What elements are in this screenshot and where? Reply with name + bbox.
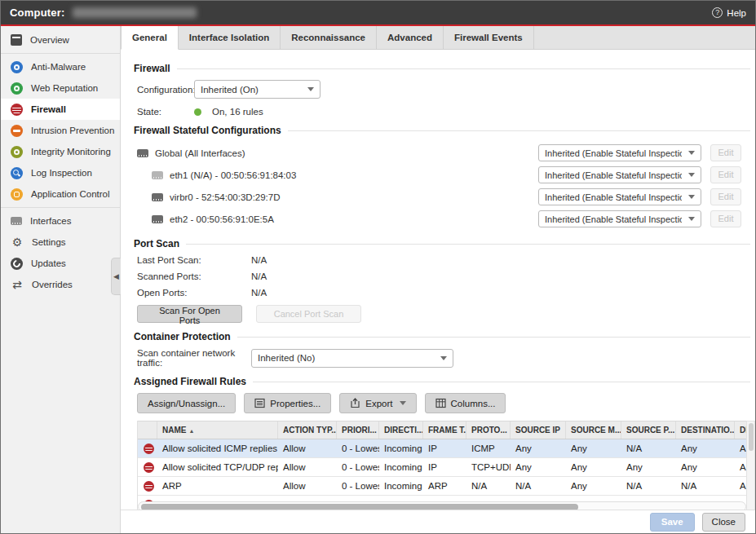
cell-destination2: Any: [735, 481, 746, 491]
column-header-name[interactable]: NAME▲: [157, 421, 278, 439]
general-tab-content: Firewall Configuration: Inherited (On) S…: [121, 50, 755, 510]
horizontal-scrollbar[interactable]: [138, 501, 746, 510]
sidebar-item-updates[interactable]: Updates: [1, 253, 120, 274]
column-header-direction[interactable]: DIRECTI...: [379, 421, 423, 439]
edit-button[interactable]: Edit: [710, 144, 741, 161]
edit-button[interactable]: Edit: [710, 166, 741, 183]
column-header-source-ip[interactable]: SOURCE IP: [511, 421, 566, 439]
cell-destination: Any: [676, 444, 735, 453]
firewall-configuration-select[interactable]: Inherited (On): [194, 80, 321, 99]
open-ports-label: Open Ports:: [137, 288, 251, 298]
column-header-protocol[interactable]: PROTO...: [466, 421, 511, 439]
sidebar: Overview Anti-Malware Web Reputation Fir…: [1, 26, 121, 533]
edit-button[interactable]: Edit: [710, 210, 741, 227]
cell-protocol: TCP+UDP: [466, 462, 511, 472]
tab-general[interactable]: General: [121, 26, 179, 50]
export-icon: [350, 398, 360, 408]
cell-direction: Incoming: [379, 462, 423, 472]
assign-unassign-button[interactable]: Assign/Unassign...: [137, 393, 236, 413]
window-title: Computer:: [10, 7, 65, 19]
sidebar-item-integrity-monitoring[interactable]: Integrity Monitoring: [1, 141, 120, 162]
sidebar-item-label: Log Inspection: [31, 168, 92, 178]
cell-destination2: Any: [735, 444, 746, 453]
log-inspection-icon: [11, 167, 23, 179]
cell-source-ip: Any: [511, 444, 566, 453]
cell-frame-type: IP: [423, 444, 466, 453]
sidebar-item-log-inspection[interactable]: Log Inspection: [1, 162, 120, 183]
select-value: Inherited (No): [258, 353, 434, 363]
horizontal-scrollbar-thumb[interactable]: [141, 504, 578, 510]
container-traffic-select[interactable]: Inherited (No): [251, 349, 453, 368]
sidebar-item-web-reputation[interactable]: Web Reputation: [1, 77, 120, 99]
cell-destination: N/A: [676, 481, 735, 491]
cell-source-port: Any: [621, 462, 676, 472]
sidebar-item-interfaces[interactable]: Interfaces: [1, 210, 120, 232]
container-protection-section-title: Container Protection: [134, 331, 754, 342]
stateful-select-eth1[interactable]: Inherited (Enable Stateful Inspection): [538, 166, 701, 183]
columns-button[interactable]: Columns...: [425, 393, 506, 413]
tab-reconnaissance[interactable]: Reconnaissance: [281, 26, 377, 49]
scanned-ports-label: Scanned Ports:: [137, 271, 251, 281]
cancel-port-scan-button[interactable]: Cancel Port Scan: [256, 305, 361, 323]
sidebar-item-firewall[interactable]: Firewall: [1, 99, 120, 120]
sidebar-item-anti-malware[interactable]: Anti-Malware: [1, 56, 120, 77]
state-value: On, 16 rules: [212, 107, 263, 117]
edit-button[interactable]: Edit: [710, 188, 741, 205]
interface-label: eth1 (N/A) - 00:50:56:91:84:03: [170, 170, 296, 180]
overrides-shuffle-icon: ⇄: [11, 279, 24, 291]
column-header-priority[interactable]: PRIORI...: [337, 421, 379, 439]
save-button[interactable]: Save: [650, 513, 695, 532]
cell-source-ip: Any: [511, 462, 566, 472]
last-port-scan-label: Last Port Scan:: [137, 255, 251, 265]
select-value: Inherited (Enable Stateful Inspection): [545, 170, 682, 180]
tab-interface-isolation[interactable]: Interface Isolation: [179, 26, 281, 49]
cell-action: Allow: [278, 481, 337, 491]
help-button[interactable]: ? Help: [712, 7, 746, 18]
cell-protocol: N/A: [466, 481, 511, 491]
sidebar-item-overview[interactable]: Overview: [1, 29, 120, 51]
cell-destination: Any: [676, 462, 735, 472]
sidebar-item-settings[interactable]: ⚙ Settings: [1, 232, 120, 253]
stateful-select-virbr0[interactable]: Inherited (Enable Stateful Inspection): [538, 188, 701, 205]
sidebar-divider: [1, 207, 120, 208]
stateful-select-global[interactable]: Inherited (Enable Stateful Inspection): [538, 144, 701, 161]
scan-for-open-ports-button[interactable]: Scan For Open Ports: [137, 305, 242, 323]
cell-action: Allow: [278, 444, 337, 453]
sidebar-collapse-handle[interactable]: ◀: [111, 258, 121, 295]
properties-button[interactable]: Properties...: [244, 393, 331, 413]
cell-source-mac: Any: [566, 444, 621, 453]
tab-advanced[interactable]: Advanced: [377, 26, 444, 49]
sidebar-item-application-control[interactable]: Application Control: [1, 183, 120, 205]
vertical-scrollbar[interactable]: [746, 421, 755, 510]
tab-firewall-events[interactable]: Firewall Events: [444, 26, 534, 49]
export-button[interactable]: Export: [339, 393, 416, 413]
table-row-allow-solicited-tcp-udp[interactable]: Allow solicited TCP/UDP replies Allow 0 …: [138, 458, 746, 477]
table-row-dhcp-server[interactable]: DHCP Server Force Allow 0 - Normal Incom…: [138, 496, 746, 501]
column-header-source-mac[interactable]: SOURCE M...: [566, 421, 621, 439]
cell-source-port: N/A: [621, 481, 676, 491]
column-header-frame-type[interactable]: FRAME T...: [423, 421, 466, 439]
column-header-destination[interactable]: DESTINATIO...: [676, 421, 735, 439]
column-header-destination2[interactable]: DE...: [735, 421, 746, 439]
cell-source-mac: Any: [566, 481, 621, 491]
sort-asc-icon: ▲: [188, 428, 194, 434]
column-header-icon[interactable]: [138, 421, 157, 439]
stateful-row-eth2: eth2 - 00:50:56:91:0E:5A Inherited (Enab…: [137, 208, 755, 230]
gear-icon: ⚙: [11, 236, 24, 249]
button-label: Columns...: [451, 399, 496, 408]
interface-icon: [137, 149, 148, 157]
stateful-select-eth2[interactable]: Inherited (Enable Stateful Inspection): [538, 210, 701, 227]
configuration-label: Configuration:: [137, 85, 194, 95]
column-header-source-port[interactable]: SOURCE P...: [621, 421, 676, 439]
vertical-scrollbar-thumb[interactable]: [749, 423, 754, 451]
state-label: State:: [137, 107, 194, 117]
sidebar-item-overrides[interactable]: ⇄ Overrides: [1, 274, 120, 295]
close-button[interactable]: Close: [702, 513, 745, 532]
interface-icon: [152, 215, 163, 223]
column-header-action-type[interactable]: ACTION TYP...: [278, 421, 337, 439]
table-row-allow-solicited-icmp[interactable]: Allow solicited ICMP replies Allow 0 - L…: [138, 439, 746, 458]
sidebar-item-intrusion-prevention[interactable]: Intrusion Prevention: [1, 120, 120, 141]
cell-priority: 0 - Lowest: [337, 462, 379, 472]
interfaces-icon: [11, 217, 22, 225]
table-row-arp[interactable]: ARP Allow 0 - Lowest Incoming ARP N/A N/…: [138, 477, 746, 496]
